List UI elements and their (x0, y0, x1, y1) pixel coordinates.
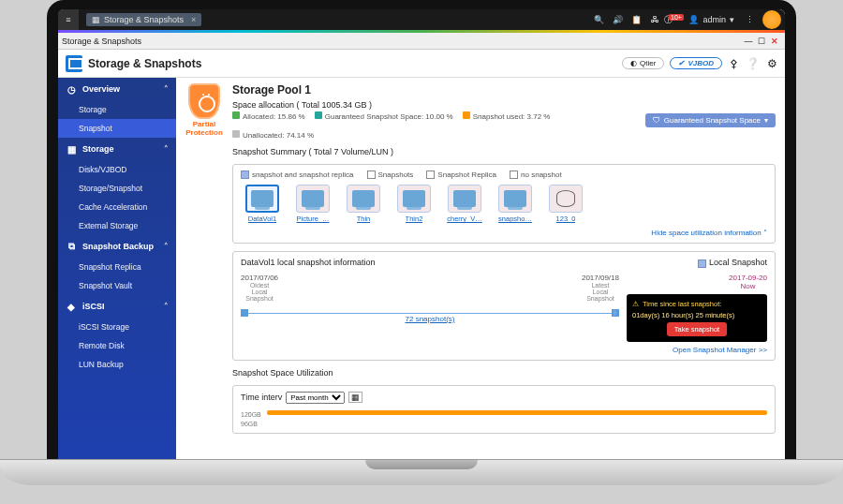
local-snapshot-toggle[interactable]: Local Snapshot (698, 258, 767, 267)
disk-icon (504, 190, 526, 207)
sidebar: ◷Overview˄ Storage Snapshot ▦Storage˄ Di… (58, 78, 176, 459)
interval-select[interactable]: Past month (286, 392, 345, 404)
backup-icon: ⧉ (66, 241, 77, 252)
dashboard-icon[interactable] (762, 10, 781, 29)
interval-label: Time interv (241, 393, 282, 402)
disk-icon (453, 190, 476, 207)
settings-icon[interactable]: ⚙ (767, 57, 777, 70)
utilization-panel: Time interv Past month ▦ 120GB 96GB (232, 385, 776, 434)
sidebar-item-remote-disk[interactable]: Remote Disk (58, 336, 176, 355)
storage-section-icon: ▦ (66, 143, 77, 155)
main-content: Partial Protection Storage Pool 1 Space … (176, 78, 785, 459)
volume-123[interactable]: 123_0 (544, 185, 587, 223)
tasks-icon[interactable]: 📋 (627, 15, 645, 24)
chevron-down-icon: ▾ (730, 15, 734, 24)
sidebar-item-storage-snapshot[interactable]: Storage/Snapshot (58, 179, 176, 198)
open-snapshot-manager-link[interactable]: Open Snapshot Manager >> (673, 346, 767, 354)
volume-snapsho[interactable]: snapsho… (494, 185, 537, 223)
snapshot-summary-panel: snapshot and snapshot replica Snapshots … (232, 164, 776, 244)
chevron-up-icon: ˄ (164, 302, 169, 311)
sidebar-item-storage[interactable]: Storage (58, 100, 176, 119)
clock-icon: ◷ (66, 83, 77, 95)
sidebar-section-snapshot-backup[interactable]: ⧉Snapshot Backup˄ (58, 235, 176, 258)
volume-icon[interactable]: 🔊 (608, 15, 627, 24)
disk-icon (251, 190, 274, 207)
sidebar-section-iscsi[interactable]: ◆iSCSI˄ (58, 295, 176, 318)
volume-cherry[interactable]: cherry_V… (443, 185, 486, 223)
close-tab-icon[interactable]: × (191, 15, 196, 24)
user-name: admin (702, 15, 726, 24)
qtier-pill[interactable]: ◐Qtier (622, 57, 664, 69)
snapshot-alert: ⚠Time since last snapshot: 01day(s) 16 h… (627, 294, 767, 342)
vjbod-pill[interactable]: ✔VJBOD (670, 57, 722, 69)
disk-icon (302, 190, 324, 207)
sidebar-section-storage[interactable]: ▦Storage˄ (58, 138, 176, 160)
vjbod-icon: ✔ (678, 59, 685, 67)
sidebar-item-external[interactable]: External Storage (58, 216, 176, 235)
sidebar-section-overview[interactable]: ◷Overview˄ (58, 78, 176, 100)
shield-icon (188, 83, 220, 119)
notifications-icon[interactable]: ⓘ10+ (664, 14, 683, 26)
app-tab-label: Storage & Snapshots (104, 15, 184, 24)
volume-thin[interactable]: Thin (342, 185, 385, 223)
app-tab[interactable]: ▦ Storage & Snapshots × (86, 13, 201, 26)
volume-thin2[interactable]: Thin2 (392, 185, 436, 223)
devices-icon[interactable]: 🖧 (645, 15, 664, 24)
lock-icon: 🛡 (653, 116, 660, 125)
pool-title: Storage Pool 1 (232, 83, 776, 96)
minimize-button[interactable]: — (742, 37, 755, 46)
sidebar-item-iscsi-storage[interactable]: iSCSI Storage (58, 318, 176, 336)
protection-label: Partial Protection (185, 121, 223, 138)
info-title: DataVol1 local snapshot information (241, 258, 376, 267)
oldest-date: 2017/07/06 (241, 274, 278, 282)
sidebar-item-replica[interactable]: Snapshot Replica (58, 258, 176, 276)
protection-status: Partial Protection (185, 83, 223, 138)
storage-icon: ▦ (92, 15, 100, 24)
y-axis-ticks: 120GB 96GB (241, 411, 261, 427)
chevron-up-icon: ˄ (164, 242, 169, 251)
tier-icon: ◐ (630, 59, 637, 67)
sidebar-item-cache[interactable]: Cache Acceleration (58, 198, 176, 216)
volume-datavol1[interactable]: DataVol1 (241, 185, 284, 223)
allocation-legend: Allocated: 15.86 % Guaranteed Snapshot S… (232, 111, 634, 140)
sidebar-item-vault[interactable]: Snapshot Vault (58, 276, 176, 295)
sidebar-item-snapshot[interactable]: Snapshot (58, 119, 176, 138)
snapshot-timeline: 2017/07/06 Oldest Local Snapshot 2017/09… (241, 274, 619, 325)
snapshot-info-panel: DataVol1 local snapshot information Loca… (232, 251, 776, 360)
latest-date: 2017/09/18 (582, 274, 619, 282)
chevron-up-icon: ˄ (763, 229, 767, 237)
window-titlebar: Storage & Snapshots — ☐ ✕ (58, 33, 785, 50)
allocation-title: Space allocation ( Total 1005.34 GB ) (232, 100, 634, 110)
close-button[interactable]: ✕ (768, 37, 781, 46)
sidebar-item-lun-backup[interactable]: LUN Backup (58, 355, 176, 374)
maximize-button[interactable]: ☐ (755, 37, 768, 46)
help-icon[interactable]: ❔ (746, 57, 760, 70)
guaranteed-space-button[interactable]: 🛡 Guaranteed Snapshot Space ▾ (645, 113, 776, 127)
disk-icon (403, 190, 425, 207)
user-icon: 👤 (688, 15, 699, 24)
chevron-up-icon: ˄ (164, 84, 169, 94)
app-header: Storage & Snapshots ◐Qtier ✔VJBOD ⚴ ❔ ⚙ (58, 50, 785, 78)
wizard-icon[interactable]: ⚴ (730, 57, 738, 70)
warning-icon: ⚠ (632, 300, 639, 308)
hamburger-menu[interactable]: ≡ (58, 9, 79, 30)
oldest-label: Oldest Local Snapshot (241, 282, 278, 302)
window-title: Storage & Snapshots (62, 37, 141, 46)
hide-utilization-link[interactable]: Hide space utilization information ˄ (241, 229, 767, 237)
utilization-chart (267, 408, 767, 427)
volume-list: DataVol1 Picture_… Thin Thin2 cherry_V… … (241, 185, 767, 223)
lun-icon (556, 190, 575, 207)
volume-picture[interactable]: Picture_… (291, 185, 334, 223)
chevron-up-icon: ˄ (164, 144, 169, 154)
search-icon[interactable]: 🔍 (589, 15, 608, 24)
disk-icon (352, 190, 375, 207)
app-title: Storage & Snapshots (88, 57, 201, 70)
take-snapshot-button[interactable]: Take snapshot (667, 322, 727, 336)
calendar-icon[interactable]: ▦ (348, 392, 362, 403)
chevron-down-icon: ▾ (764, 116, 768, 125)
user-menu[interactable]: 👤 admin ▾ (688, 15, 734, 24)
iscsi-icon: ◆ (66, 301, 77, 312)
snapshot-count-link[interactable]: 72 snapshot(s) (406, 315, 455, 323)
more-icon[interactable]: ⋮ (740, 15, 759, 24)
sidebar-item-disks-vjbod[interactable]: Disks/VJBOD (58, 160, 176, 179)
